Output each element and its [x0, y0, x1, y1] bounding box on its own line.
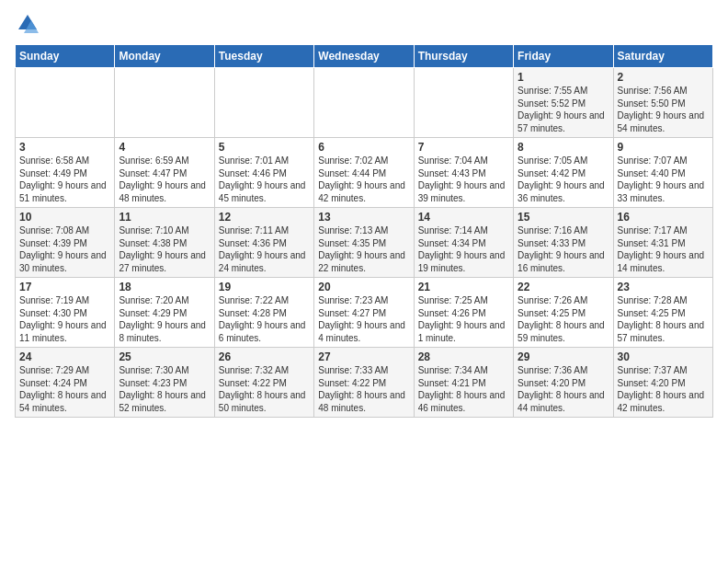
- calendar-cell: 16Sunrise: 7:17 AM Sunset: 4:31 PM Dayli…: [613, 208, 712, 278]
- calendar-cell: 26Sunrise: 7:32 AM Sunset: 4:22 PM Dayli…: [214, 348, 313, 418]
- day-number: 17: [19, 281, 110, 293]
- calendar-cell: 30Sunrise: 7:37 AM Sunset: 4:20 PM Dayli…: [613, 348, 712, 418]
- day-number: 6: [318, 141, 409, 154]
- day-info: Sunrise: 7:02 AM Sunset: 4:44 PM Dayligh…: [318, 155, 409, 204]
- day-number: 28: [418, 350, 509, 363]
- day-info: Sunrise: 7:16 AM Sunset: 4:33 PM Dayligh…: [518, 224, 609, 274]
- day-number: 27: [318, 350, 409, 363]
- day-number: 7: [418, 141, 509, 154]
- calendar-cell: [314, 68, 414, 138]
- day-number: 26: [219, 350, 310, 363]
- day-info: Sunrise: 7:14 AM Sunset: 4:34 PM Dayligh…: [418, 224, 509, 274]
- day-info: Sunrise: 7:36 AM Sunset: 4:20 PM Dayligh…: [518, 364, 609, 414]
- calendar-header-sunday: Sunday: [16, 45, 115, 68]
- calendar-cell: 17Sunrise: 7:19 AM Sunset: 4:30 PM Dayli…: [16, 278, 115, 348]
- calendar-header-wednesday: Wednesday: [314, 45, 414, 68]
- day-number: 29: [518, 350, 609, 363]
- day-info: Sunrise: 7:29 AM Sunset: 4:24 PM Dayligh…: [19, 364, 110, 414]
- calendar-cell: [414, 68, 513, 138]
- day-info: Sunrise: 7:25 AM Sunset: 4:26 PM Dayligh…: [418, 294, 509, 344]
- day-number: 19: [219, 281, 310, 293]
- calendar-cell: 25Sunrise: 7:30 AM Sunset: 4:23 PM Dayli…: [115, 348, 214, 418]
- calendar-week-3: 10Sunrise: 7:08 AM Sunset: 4:39 PM Dayli…: [16, 208, 713, 278]
- calendar-cell: 21Sunrise: 7:25 AM Sunset: 4:26 PM Dayli…: [414, 278, 513, 348]
- calendar-cell: 6Sunrise: 7:02 AM Sunset: 4:44 PM Daylig…: [314, 138, 414, 208]
- calendar-cell: 24Sunrise: 7:29 AM Sunset: 4:24 PM Dayli…: [16, 348, 115, 418]
- calendar-cell: 15Sunrise: 7:16 AM Sunset: 4:33 PM Dayli…: [514, 208, 613, 278]
- calendar-cell: [16, 68, 115, 138]
- day-number: 14: [418, 211, 509, 224]
- calendar-week-1: 1Sunrise: 7:55 AM Sunset: 5:52 PM Daylig…: [16, 68, 713, 138]
- day-number: 30: [618, 350, 709, 363]
- calendar-cell: [115, 68, 214, 138]
- day-info: Sunrise: 7:56 AM Sunset: 5:50 PM Dayligh…: [618, 85, 709, 134]
- day-info: Sunrise: 7:05 AM Sunset: 4:42 PM Dayligh…: [518, 155, 609, 204]
- day-info: Sunrise: 7:26 AM Sunset: 4:25 PM Dayligh…: [518, 294, 609, 344]
- main-container: SundayMondayTuesdayWednesdayThursdayFrid…: [0, 0, 728, 425]
- day-number: 12: [219, 211, 310, 224]
- header: [15, 11, 713, 37]
- calendar-cell: 22Sunrise: 7:26 AM Sunset: 4:25 PM Dayli…: [514, 278, 613, 348]
- day-info: Sunrise: 7:08 AM Sunset: 4:39 PM Dayligh…: [19, 224, 110, 274]
- calendar-header-thursday: Thursday: [414, 45, 513, 68]
- calendar-cell: 9Sunrise: 7:07 AM Sunset: 4:40 PM Daylig…: [613, 138, 712, 208]
- calendar-cell: 28Sunrise: 7:34 AM Sunset: 4:21 PM Dayli…: [414, 348, 513, 418]
- logo: [15, 11, 44, 37]
- calendar-cell: 14Sunrise: 7:14 AM Sunset: 4:34 PM Dayli…: [414, 208, 513, 278]
- day-info: Sunrise: 7:22 AM Sunset: 4:28 PM Dayligh…: [219, 294, 310, 344]
- day-number: 9: [618, 141, 709, 154]
- calendar-cell: 1Sunrise: 7:55 AM Sunset: 5:52 PM Daylig…: [514, 68, 613, 138]
- day-info: Sunrise: 7:11 AM Sunset: 4:36 PM Dayligh…: [219, 224, 310, 274]
- day-number: 3: [19, 141, 110, 154]
- day-info: Sunrise: 6:58 AM Sunset: 4:49 PM Dayligh…: [19, 155, 110, 204]
- day-number: 8: [518, 141, 609, 154]
- calendar-cell: 12Sunrise: 7:11 AM Sunset: 4:36 PM Dayli…: [214, 208, 313, 278]
- day-number: 23: [618, 281, 709, 293]
- day-number: 10: [19, 211, 110, 224]
- day-info: Sunrise: 7:33 AM Sunset: 4:22 PM Dayligh…: [318, 364, 409, 414]
- calendar-cell: 18Sunrise: 7:20 AM Sunset: 4:29 PM Dayli…: [115, 278, 214, 348]
- day-number: 18: [119, 281, 210, 293]
- calendar-table: SundayMondayTuesdayWednesdayThursdayFrid…: [15, 44, 713, 418]
- calendar-cell: 2Sunrise: 7:56 AM Sunset: 5:50 PM Daylig…: [613, 68, 712, 138]
- calendar-cell: 8Sunrise: 7:05 AM Sunset: 4:42 PM Daylig…: [514, 138, 613, 208]
- logo-icon: [15, 11, 40, 37]
- day-info: Sunrise: 7:20 AM Sunset: 4:29 PM Dayligh…: [119, 294, 210, 344]
- day-info: Sunrise: 7:37 AM Sunset: 4:20 PM Dayligh…: [618, 364, 709, 414]
- calendar-cell: 13Sunrise: 7:13 AM Sunset: 4:35 PM Dayli…: [314, 208, 414, 278]
- day-number: 5: [219, 141, 310, 154]
- calendar-week-5: 24Sunrise: 7:29 AM Sunset: 4:24 PM Dayli…: [16, 348, 713, 418]
- calendar-week-4: 17Sunrise: 7:19 AM Sunset: 4:30 PM Dayli…: [16, 278, 713, 348]
- day-info: Sunrise: 7:55 AM Sunset: 5:52 PM Dayligh…: [518, 85, 609, 134]
- calendar-cell: 4Sunrise: 6:59 AM Sunset: 4:47 PM Daylig…: [115, 138, 214, 208]
- calendar-cell: 5Sunrise: 7:01 AM Sunset: 4:46 PM Daylig…: [214, 138, 313, 208]
- day-info: Sunrise: 7:07 AM Sunset: 4:40 PM Dayligh…: [618, 155, 709, 204]
- day-number: 21: [418, 281, 509, 293]
- calendar-header-monday: Monday: [115, 45, 214, 68]
- calendar-cell: 19Sunrise: 7:22 AM Sunset: 4:28 PM Dayli…: [214, 278, 313, 348]
- calendar-header-friday: Friday: [514, 45, 613, 68]
- calendar-header-tuesday: Tuesday: [214, 45, 313, 68]
- day-number: 4: [119, 141, 210, 154]
- day-number: 16: [618, 211, 709, 224]
- day-number: 15: [518, 211, 609, 224]
- day-info: Sunrise: 6:59 AM Sunset: 4:47 PM Dayligh…: [119, 155, 210, 204]
- calendar-cell: 20Sunrise: 7:23 AM Sunset: 4:27 PM Dayli…: [314, 278, 414, 348]
- day-info: Sunrise: 7:10 AM Sunset: 4:38 PM Dayligh…: [119, 224, 210, 274]
- day-number: 20: [318, 281, 409, 293]
- day-info: Sunrise: 7:19 AM Sunset: 4:30 PM Dayligh…: [19, 294, 110, 344]
- day-number: 25: [119, 350, 210, 363]
- day-number: 2: [618, 71, 709, 84]
- calendar-cell: 7Sunrise: 7:04 AM Sunset: 4:43 PM Daylig…: [414, 138, 513, 208]
- day-info: Sunrise: 7:30 AM Sunset: 4:23 PM Dayligh…: [119, 364, 210, 414]
- day-info: Sunrise: 7:23 AM Sunset: 4:27 PM Dayligh…: [318, 294, 409, 344]
- day-number: 11: [119, 211, 210, 224]
- calendar-cell: 3Sunrise: 6:58 AM Sunset: 4:49 PM Daylig…: [16, 138, 115, 208]
- calendar-week-2: 3Sunrise: 6:58 AM Sunset: 4:49 PM Daylig…: [16, 138, 713, 208]
- calendar-header-row: SundayMondayTuesdayWednesdayThursdayFrid…: [16, 45, 713, 68]
- calendar-cell: 11Sunrise: 7:10 AM Sunset: 4:38 PM Dayli…: [115, 208, 214, 278]
- day-number: 1: [518, 71, 609, 84]
- day-info: Sunrise: 7:34 AM Sunset: 4:21 PM Dayligh…: [418, 364, 509, 414]
- calendar-cell: 23Sunrise: 7:28 AM Sunset: 4:25 PM Dayli…: [613, 278, 712, 348]
- day-info: Sunrise: 7:13 AM Sunset: 4:35 PM Dayligh…: [318, 224, 409, 274]
